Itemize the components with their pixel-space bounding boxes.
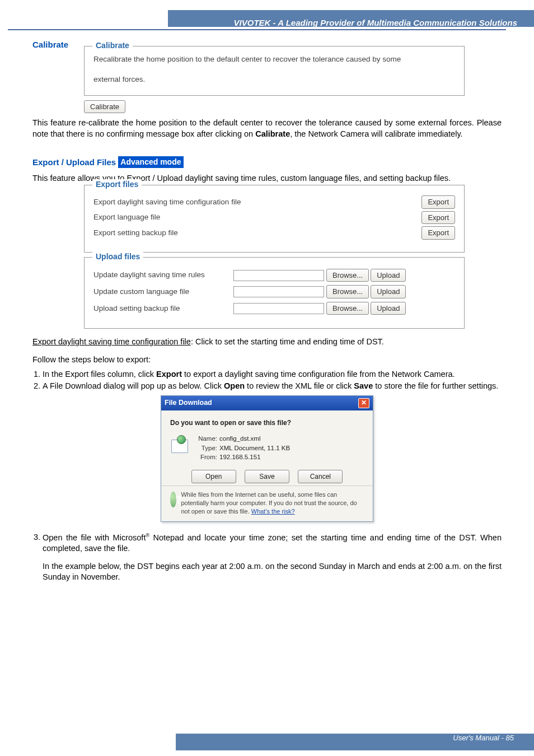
close-icon[interactable]: ✕: [358, 398, 369, 408]
calibrate-button[interactable]: Calibrate: [84, 100, 125, 114]
step1-bold: Export: [156, 370, 182, 379]
step1-suffix: to export a daylight saving time configu…: [182, 370, 455, 379]
footer-text: User's Manual - 85: [453, 734, 514, 742]
follow-steps: Follow the steps below to export:: [32, 354, 502, 366]
upload-button[interactable]: Upload: [371, 269, 406, 282]
upload-button[interactable]: Upload: [371, 285, 406, 298]
upload-row-label: Update custom language file: [93, 287, 233, 297]
step2-bold2: Save: [354, 381, 373, 390]
fd-name-value: config_dst.xml: [219, 435, 261, 442]
export-row-label: Export language file: [93, 212, 421, 222]
export-files-fieldset: Export files Export daylight saving time…: [84, 185, 465, 253]
export-files-legend: Export files: [92, 179, 142, 190]
list-item: A File Download dialog will pop up as be…: [43, 381, 502, 392]
upload-row-label: Update daylight saving time rules: [93, 270, 233, 280]
browse-button[interactable]: Browse...: [326, 302, 369, 315]
step2-suffix: to store the file for further settings.: [373, 381, 498, 390]
export-dst-suffix: : Click to set the starting time and end…: [191, 337, 384, 346]
open-button[interactable]: Open: [191, 470, 236, 483]
fd-name-label: Name:: [195, 434, 217, 444]
calibrate-title: Calibrate: [32, 39, 84, 50]
whats-the-risk-link[interactable]: What's the risk?: [251, 508, 295, 515]
browse-button[interactable]: Browse...: [326, 285, 369, 298]
file-download-question: Do you want to open or save this file?: [170, 418, 364, 427]
file-download-title: File Download: [165, 398, 212, 408]
upload-files-legend: Upload files: [92, 251, 143, 262]
upload-files-fieldset: Upload files Update daylight saving time…: [84, 257, 465, 329]
upload-path-input[interactable]: [233, 303, 324, 314]
example-paragraph: In the example below, the DST begins eac…: [32, 561, 502, 583]
header-underline: [8, 29, 506, 30]
file-icon: [170, 435, 189, 454]
export-dst-explain: Export daylight saving time configuratio…: [32, 337, 502, 348]
upload-row-label: Upload setting backup file: [93, 304, 233, 314]
header-brand: VIVOTEK - A Leading Provider of Multimed…: [234, 18, 517, 30]
footer: User's Manual - 85: [430, 731, 521, 747]
upload-path-input[interactable]: [233, 270, 324, 281]
step3-prefix: Open the file with Microsoft: [43, 533, 146, 542]
export-button[interactable]: Export: [421, 226, 455, 240]
export-button[interactable]: Export: [421, 195, 455, 209]
calibrate-body-bold: Calibrate: [255, 129, 290, 138]
step2-bold1: Open: [224, 381, 245, 390]
advanced-mode-badge: Advanced mode: [118, 156, 183, 168]
upload-path-input[interactable]: [233, 286, 324, 297]
export-button[interactable]: Export: [421, 211, 455, 225]
file-download-warning: While files from the Internet can be use…: [181, 491, 364, 516]
calibrate-legend: Calibrate: [92, 40, 133, 51]
calibrate-body-suffix: , the Network Camera will calibrate imme…: [290, 129, 462, 138]
fd-type-label: Type:: [195, 444, 217, 453]
step2-mid: to review the XML file or click: [245, 381, 354, 390]
help-icon: [170, 492, 176, 507]
save-button[interactable]: Save: [245, 470, 289, 483]
export-dst-heading: Export daylight saving time configuratio…: [32, 337, 191, 346]
list-item: Open the file with Microsoft® Notepad an…: [43, 532, 502, 554]
export-upload-title-text: Export / Upload Files: [32, 157, 116, 167]
cancel-button[interactable]: Cancel: [298, 470, 343, 483]
step2-prefix: A File Download dialog will pop up as be…: [43, 381, 224, 390]
calibrate-body: This feature re-calibrate the home posit…: [32, 118, 502, 139]
step1-prefix: In the Export files column, click: [43, 370, 156, 379]
calibrate-line2: external forces.: [93, 74, 455, 85]
calibrate-line1: Recalibrate the home position to the def…: [93, 54, 455, 64]
upload-button[interactable]: Upload: [371, 302, 406, 315]
file-download-dialog: File Download ✕ Do you want to open or s…: [161, 395, 373, 522]
fd-from-value: 192.168.5.151: [219, 454, 261, 460]
fd-from-label: From:: [195, 452, 217, 462]
browse-button[interactable]: Browse...: [326, 269, 369, 282]
export-row-label: Export setting backup file: [93, 228, 421, 238]
list-item: In the Export files column, click Export…: [43, 369, 502, 380]
fd-type-value: XML Document, 11.1 KB: [219, 445, 290, 451]
export-row-label: Export daylight saving time configuratio…: [93, 197, 421, 207]
calibrate-fieldset: Calibrate Recalibrate the home position …: [84, 46, 465, 95]
export-upload-title: Export / Upload Files Advanced mode: [32, 156, 502, 168]
